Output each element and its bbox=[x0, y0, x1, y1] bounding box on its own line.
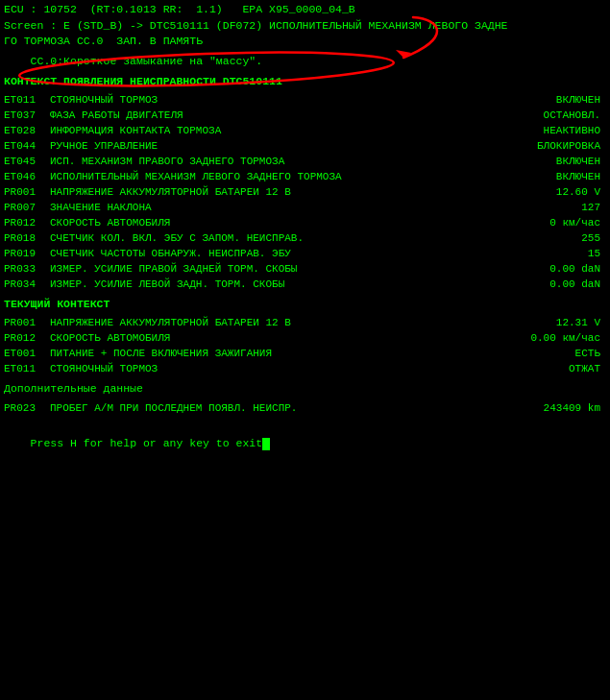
table-row: PR001НАПРЯЖЕНИЕ АККУМУЛЯТОРНОЙ БАТАРЕИ 1… bbox=[4, 316, 606, 331]
additional-header: Дополнительные данные bbox=[4, 381, 606, 398]
row-desc: ПИТАНИЕ + ПОСЛЕ ВКЛЮЧЕНИЯ ЗАЖИГАНИЯ bbox=[50, 347, 500, 362]
current-header: ТЕКУЩИЙ КОНТЕКСТ bbox=[4, 297, 606, 313]
row-desc: ИЗМЕР. УСИЛИЕ ЛЕВОЙ ЗАДН. ТОРМ. СКОБЫ bbox=[50, 278, 500, 293]
row-value: 15 bbox=[500, 247, 606, 262]
row-value: ВКЛЮЧЕН bbox=[500, 170, 606, 185]
row-id: PR001 bbox=[4, 316, 50, 331]
row-value: ЕСТЬ bbox=[500, 347, 606, 362]
row-id: PR018 bbox=[4, 231, 50, 247]
table-row: PR007ЗНАЧЕНИЕ НАКЛОНА127 bbox=[4, 201, 606, 216]
row-value: ОТЖАТ bbox=[500, 362, 606, 377]
row-id: PR001 bbox=[4, 185, 50, 201]
header-line-2: Screen : E (STD_B) -> DTC510111 (DF072) … bbox=[4, 18, 606, 35]
row-desc: СТОЯНОЧНЫЙ ТОРМОЗ bbox=[50, 93, 500, 109]
row-value: 12.60 V bbox=[500, 185, 606, 201]
row-id: ET037 bbox=[4, 109, 50, 124]
footer-line[interactable]: Press H for help or any key to exit bbox=[4, 421, 606, 469]
table-row: PR012СКОРОСТЬ АВТОМОБИЛЯ0 км/час bbox=[4, 216, 606, 231]
table-row: ET037ФАЗА РАБОТЫ ДВИГАТЕЛЯОСТАНОВЛ. bbox=[4, 109, 606, 124]
header-line-1: ECU : 10752 (RT:0.1013 RR: 1.1) EPA X95_… bbox=[4, 2, 606, 18]
table-row: PR023ПРОБЕГ А/М ПРИ ПОСЛЕДНЕМ ПОЯВЛ. НЕИ… bbox=[4, 401, 606, 417]
row-desc: ИЗМЕР. УСИЛИЕ ПРАВОЙ ЗАДНЕЙ ТОРМ. СКОБЫ bbox=[50, 262, 500, 278]
row-value: 243409 km bbox=[500, 401, 606, 417]
table-row: PR034ИЗМЕР. УСИЛИЕ ЛЕВОЙ ЗАДН. ТОРМ. СКО… bbox=[4, 278, 606, 293]
row-desc: ПРОБЕГ А/М ПРИ ПОСЛЕДНЕМ ПОЯВЛ. НЕИСПР. bbox=[50, 401, 500, 417]
row-desc: ФАЗА РАБОТЫ ДВИГАТЕЛЯ bbox=[50, 109, 500, 124]
row-id: ET028 bbox=[4, 124, 50, 139]
row-value: 127 bbox=[500, 201, 606, 216]
row-id: PR019 bbox=[4, 247, 50, 262]
table-row: PR012СКОРОСТЬ АВТОМОБИЛЯ0.00 км/час bbox=[4, 331, 606, 347]
current-rows: PR001НАПРЯЖЕНИЕ АККУМУЛЯТОРНОЙ БАТАРЕИ 1… bbox=[4, 316, 606, 377]
row-value: 0.00 км/час bbox=[500, 331, 606, 347]
row-desc: НАПРЯЖЕНИЕ АККУМУЛЯТОРНОЙ БАТАРЕИ 12 В bbox=[50, 316, 500, 331]
table-row: PR033ИЗМЕР. УСИЛИЕ ПРАВОЙ ЗАДНЕЙ ТОРМ. С… bbox=[4, 262, 606, 278]
row-value: ВКЛЮЧЕН bbox=[500, 93, 606, 109]
row-desc: СКОРОСТЬ АВТОМОБИЛЯ bbox=[50, 216, 500, 231]
row-id: ET044 bbox=[4, 139, 50, 155]
row-value: БЛОКИРОВКА bbox=[500, 139, 606, 155]
table-row: ET001ПИТАНИЕ + ПОСЛЕ ВКЛЮЧЕНИЯ ЗАЖИГАНИЯ… bbox=[4, 347, 606, 362]
row-desc: ИСПОЛНИТЕЛЬНЫЙ МЕХАНИЗМ ЛЕВОГО ЗАДНЕГО Т… bbox=[50, 170, 500, 185]
additional-rows: PR023ПРОБЕГ А/М ПРИ ПОСЛЕДНЕМ ПОЯВЛ. НЕИ… bbox=[4, 401, 606, 417]
row-id: PR012 bbox=[4, 216, 50, 231]
row-id: PR034 bbox=[4, 278, 50, 293]
row-id: PR033 bbox=[4, 262, 50, 278]
context-rows: ET011СТОЯНОЧНЫЙ ТОРМОЗВКЛЮЧЕНET037ФАЗА Р… bbox=[4, 93, 606, 292]
row-desc: ЗНАЧЕНИЕ НАКЛОНА bbox=[50, 201, 500, 216]
row-id: ET045 bbox=[4, 155, 50, 170]
table-row: PR018СЧЕТЧИК КОЛ. ВКЛ. ЭБУ С ЗАПОМ. НЕИС… bbox=[4, 231, 606, 247]
row-desc: СКОРОСТЬ АВТОМОБИЛЯ bbox=[50, 331, 500, 347]
table-row: PR019СЧЕТЧИК ЧАСТОТЫ ОБНАРУЖ. НЕИСПРАВ. … bbox=[4, 247, 606, 262]
row-value: 255 bbox=[500, 231, 606, 247]
row-desc: ИНФОРМАЦИЯ КОНТАКТА ТОРМОЗА bbox=[50, 124, 500, 139]
table-row: ET046ИСПОЛНИТЕЛЬНЫЙ МЕХАНИЗМ ЛЕВОГО ЗАДН… bbox=[4, 170, 606, 185]
table-row: ET011СТОЯНОЧНЫЙ ТОРМОЗОТЖАТ bbox=[4, 362, 606, 377]
row-value: 0.00 daN bbox=[500, 278, 606, 293]
row-id: PR023 bbox=[4, 401, 50, 417]
table-row: ET011СТОЯНОЧНЫЙ ТОРМОЗВКЛЮЧЕН bbox=[4, 93, 606, 109]
table-row: ET045ИСП. МЕХАНИЗМ ПРАВОГО ЗАДНЕГО ТОРМО… bbox=[4, 155, 606, 170]
row-id: ET011 bbox=[4, 93, 50, 109]
row-desc: РУЧНОЕ УПРАВЛЕНИЕ bbox=[50, 139, 500, 155]
row-value: 0 км/час bbox=[500, 216, 606, 231]
row-value: НЕАКТИВНО bbox=[500, 124, 606, 139]
table-row: PR001НАПРЯЖЕНИЕ АККУМУЛЯТОРНОЙ БАТАРЕИ 1… bbox=[4, 185, 606, 201]
table-row: ET028ИНФОРМАЦИЯ КОНТАКТА ТОРМОЗАНЕАКТИВН… bbox=[4, 124, 606, 139]
row-id: ET011 bbox=[4, 362, 50, 377]
row-desc: СЧЕТЧИК КОЛ. ВКЛ. ЭБУ С ЗАПОМ. НЕИСПРАВ. bbox=[50, 231, 500, 247]
row-id: ET001 bbox=[4, 347, 50, 362]
row-desc: НАПРЯЖЕНИЕ АККУМУЛЯТОРНОЙ БАТАРЕИ 12 В bbox=[50, 185, 500, 201]
row-id: PR012 bbox=[4, 331, 50, 347]
row-desc: ИСП. МЕХАНИЗМ ПРАВОГО ЗАДНЕГО ТОРМОЗА bbox=[50, 155, 500, 170]
header-line-3: ГО ТОРМОЗА СС.0 ЗАП. В ПАМЯТЬ bbox=[4, 34, 606, 50]
row-id: ET046 bbox=[4, 170, 50, 185]
row-value: ОСТАНОВЛ. bbox=[500, 109, 606, 124]
row-value: 12.31 V bbox=[500, 316, 606, 331]
context-header: КОНТЕКСТ ПОЯВЛЕНИЯ НЕИСПРАВНОСТИ DTC5101… bbox=[4, 74, 606, 90]
table-row: ET044РУЧНОЕ УПРАВЛЕНИЕБЛОКИРОВКА bbox=[4, 139, 606, 155]
row-desc: СТОЯНОЧНЫЙ ТОРМОЗ bbox=[50, 362, 500, 377]
row-value: ВКЛЮЧЕН bbox=[500, 155, 606, 170]
row-value: 0.00 daN bbox=[500, 262, 606, 278]
fault-line: СС.0:Короткое замыкание на "массу". bbox=[4, 54, 606, 70]
row-desc: СЧЕТЧИК ЧАСТОТЫ ОБНАРУЖ. НЕИСПРАВ. ЭБУ bbox=[50, 247, 500, 262]
terminal-window: ECU : 10752 (RT:0.1013 RR: 1.1) EPA X95_… bbox=[0, 0, 610, 700]
row-id: PR007 bbox=[4, 201, 50, 216]
